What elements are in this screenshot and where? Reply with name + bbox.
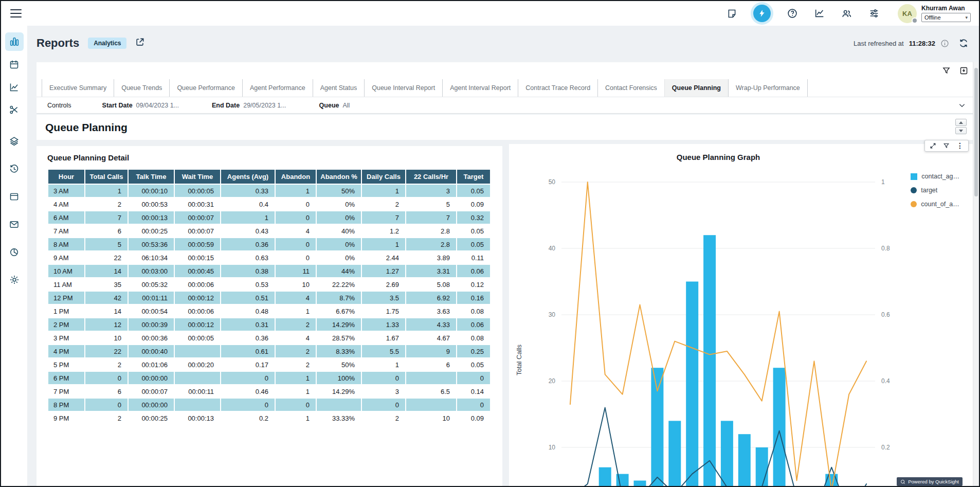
sidebar-item-dashboards[interactable] [5,32,24,51]
table-cell: 2.69 [362,278,405,291]
table-cell: 10 AM [48,265,84,277]
table-cell: 1 [221,211,275,224]
sidebar-item-mail[interactable] [5,215,24,233]
sliders-icon[interactable] [868,8,880,19]
column-header[interactable]: 22 Calls/Hr [406,170,456,184]
metrics-icon[interactable] [814,8,825,19]
table-row[interactable]: 11 AM3500:05:3200:00:060.531022.22%2.695… [48,278,490,291]
table-cell: 10 [276,278,316,291]
tab-queue-performance[interactable]: Queue Performance [169,79,242,97]
control-queue[interactable]: QueueAll [319,102,350,109]
table-cell: 0.61 [221,345,275,357]
sidebar-item-window[interactable] [5,187,24,206]
tab-executive-summary[interactable]: Executive Summary [42,79,114,97]
tab-queue-trends[interactable]: Queue Trends [114,79,169,97]
table-cell: 6 PM [48,372,84,384]
table-cell: 00:00:12 [175,318,220,331]
sidebar-item-metrics[interactable] [5,78,24,96]
control-start-date[interactable]: Start Date09/04/2023 1... [102,102,179,109]
status-select[interactable]: Offline ▾ [921,13,971,22]
tab-wrap-up-performance[interactable]: Wrap-Up Performance [728,79,808,97]
user-name: Khurram Awan [921,5,971,12]
vertical-scrollbar[interactable] [973,62,978,485]
table-row[interactable]: 3 AM100:00:1000:00:050.33150%130.05 [48,185,490,197]
table-cell: 42 [85,292,128,304]
table-row[interactable]: 4 AM200:00:5300:00:310.400%250.09 [48,198,490,210]
table-row[interactable]: 7 PM600:00:0700:00:110.46114.29%36.50.14 [48,385,490,398]
table-row[interactable]: 7 AM600:00:2500:00:070.43440%1.22.80.05 [48,225,490,237]
scroll-down-button[interactable] [955,127,967,134]
table-cell: 0 [362,399,405,411]
table-row[interactable]: 6 AM700:00:1300:00:07100%770.32 [48,211,490,224]
queue-planning-chart[interactable]: 501400.8300.6200.4100.2Total Calls [509,144,973,487]
sidebar-item-settings[interactable] [5,270,24,289]
tab-agent-performance[interactable]: Agent Performance [242,79,313,97]
column-header[interactable]: Target [457,170,490,184]
contacts-icon[interactable] [841,8,852,19]
table-row[interactable]: 8 PM000:00:000000 [48,399,490,411]
table-row[interactable]: 5 PM200:01:0600:00:200.17250%160.05 [48,358,490,371]
table-cell: 0.08 [457,305,490,317]
table-cell: 00:01:06 [129,358,174,371]
bar-chart-icon [9,36,20,47]
refresh-icon[interactable] [958,38,969,48]
flash-icon[interactable] [753,5,771,22]
notes-icon[interactable] [726,8,737,19]
column-header[interactable]: Talk Time [129,170,174,184]
column-header[interactable]: Wait Time [175,170,220,184]
calendar-icon [9,59,20,70]
table-cell: 0.46 [221,385,275,398]
table-cell: 00:00:12 [175,292,220,304]
tab-agent-status[interactable]: Agent Status [313,79,365,97]
column-header[interactable]: Daily Calls [362,170,405,184]
sidebar-item-history[interactable] [5,159,24,178]
table-cell: 00:00:39 [129,318,174,331]
column-header[interactable]: Abandon % [317,170,361,184]
table-row[interactable]: 12 PM4200:01:1100:00:120.5148.7%3.56.920… [48,292,490,304]
table-cell: 2 [85,358,128,371]
tab-queue-planning[interactable]: Queue Planning [664,79,728,97]
external-link-icon[interactable] [135,37,145,49]
sidebar-item-cut[interactable] [5,100,24,119]
tab-queue-interval-report[interactable]: Queue Interval Report [364,79,442,97]
control-end-date[interactable]: End Date29/05/2023 1... [212,102,286,109]
table-cell: 3.63 [406,305,456,317]
sidebar-item-calendar[interactable] [5,55,24,74]
help-icon[interactable] [787,8,798,19]
column-header[interactable]: Agents (Avg) [221,170,275,184]
menu-icon[interactable] [10,9,22,17]
column-header[interactable]: Total Calls [85,170,128,184]
scroll-up-button[interactable] [955,119,967,126]
table-cell: 1.75 [362,305,405,317]
column-header[interactable]: Hour [48,170,84,184]
table-row[interactable]: 9 AM2206:10:3400:00:150.6300%2.443.890.1… [48,251,490,264]
tab-contract-trace-record[interactable]: Contract Trace Record [518,79,597,97]
sidebar-item-layers[interactable] [5,132,24,150]
donut-chart-icon [9,247,20,258]
table-row[interactable]: 2 PM1200:00:3900:00:120.31214.29%1.334.3… [48,318,490,331]
table-row[interactable]: 8 AM500:53:3600:00:590.3600%12.80.05 [48,238,490,250]
table-row[interactable]: 3 PM1000:00:3600:00:050.36428.57%1.674.6… [48,332,490,344]
avatar[interactable]: KA [898,4,917,23]
table-row[interactable]: 10 AM1400:03:0000:00:450.381144%1.273.31… [48,265,490,277]
info-icon[interactable] [940,39,949,48]
dashboard-header-card: Executive SummaryQueue TrendsQueue Perfo… [37,62,974,140]
controls-collapse-icon[interactable] [958,101,966,110]
tab-agent-interval-report[interactable]: Agent Interval Report [442,79,518,97]
column-header[interactable]: Abandon [276,170,316,184]
sidebar-item-donut-chart[interactable] [5,243,24,261]
table-cell: 00:00:05 [175,185,220,197]
download-icon[interactable] [959,66,968,75]
filter-icon[interactable] [942,66,951,75]
table-row[interactable]: 6 PM000:00:0001100%00 [48,372,490,384]
tab-contact-forensics[interactable]: Contact Forensics [597,79,664,97]
user-block: KA Khurram Awan Offline ▾ [898,4,971,23]
chevron-down-icon: ▾ [965,15,968,20]
table-cell: 14.29% [317,385,361,398]
table-cell: 3.31 [406,265,456,277]
scrollbar-thumb[interactable] [974,68,978,196]
table-row[interactable]: 9 PM200:00:2500:00:130.2133.33%2100.09 [48,412,490,424]
table-row[interactable]: 4 PM2200:00:400.6128.33%5.590.25 [48,345,490,357]
table-cell: 1 [276,305,316,317]
table-row[interactable]: 1 PM1400:00:5400:00:060.4816.67%1.753.63… [48,305,490,317]
